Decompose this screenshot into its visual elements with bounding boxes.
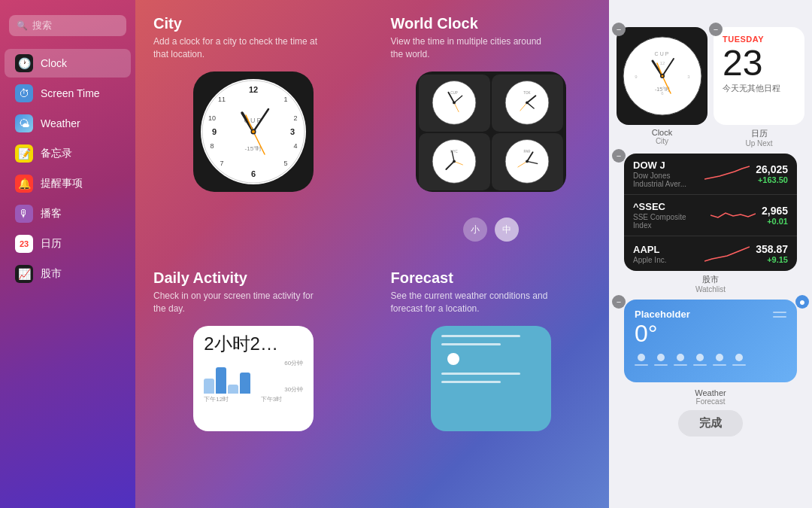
weather-icon-6	[732, 354, 746, 366]
chart-bar-3	[228, 385, 238, 394]
stock-row-aapl: AAPL Apple Inc. 358.87 +9.15	[624, 236, 797, 271]
sidebar-item-notes[interactable]: 📝 备忘录	[5, 139, 131, 168]
city-description: Add a clock for a city to check the time…	[153, 35, 319, 61]
search-bar[interactable]: 🔍 搜索	[9, 15, 126, 36]
stock-change-dowj: +163.50	[756, 175, 788, 184]
sidebar-item-calendar[interactable]: 23 日历	[5, 230, 131, 258]
stock-change-aapl: +9.15	[756, 255, 788, 264]
forecast-line-4	[441, 381, 501, 383]
sidebar-item-reminders-label: 提醒事项	[41, 177, 83, 190]
activity-chart: 60分钟 30分钟 下午12时 下午3时	[204, 359, 303, 397]
done-button[interactable]: 完成	[678, 410, 743, 437]
calendar-wrapper: − TUESDAY 23 今天无其他日程 日历 Up Next	[714, 27, 804, 148]
world-clock-widget: CUP TOK	[416, 71, 566, 192]
mini-clock-cup: CUP	[419, 75, 490, 132]
weather-app-icon: 🌤	[15, 114, 33, 132]
sidebar-item-podcast[interactable]: 🎙 播客	[5, 199, 131, 228]
screentime-app-icon: ⏱	[15, 84, 33, 102]
stock-price-ssec: 2,965	[762, 205, 788, 217]
chart-time-1: 下午12时	[204, 395, 229, 403]
sidebar-item-screentime[interactable]: ⏱ Screen Time	[5, 79, 131, 108]
weather-icons-row	[635, 354, 786, 366]
city-widget-container: 12 3 6 9 1 2 4 5 11 10 8 7 CUP	[153, 71, 354, 192]
size-selector: 小 中	[463, 217, 519, 242]
svg-text:PAR: PAR	[524, 150, 532, 154]
forecast-line-3	[441, 373, 521, 375]
stock-info-ssec: ^SSEC SSE Composite Index	[633, 201, 704, 230]
svg-text:11: 11	[218, 96, 226, 103]
mini-clock-tok: TOK	[492, 75, 563, 132]
stock-change-ssec: +0.01	[762, 217, 788, 226]
sidebar-item-stocks[interactable]: 📈 股市	[5, 260, 131, 288]
svg-point-44	[526, 160, 529, 163]
weather-widget: Placeholder 0°	[624, 300, 797, 382]
size-medium-button[interactable]: 中	[495, 217, 519, 242]
remove-calendar-button[interactable]: −	[709, 23, 723, 36]
daily-activity-description: Check in on your screen time activity fo…	[153, 290, 319, 315]
svg-text:TOK: TOK	[524, 91, 531, 95]
chart-bar-2	[216, 367, 226, 394]
svg-point-38	[453, 160, 456, 163]
chart-label-top: 60分钟	[284, 359, 303, 367]
search-icon: 🔍	[17, 20, 28, 31]
svg-text:-15°时: -15°时	[245, 145, 262, 152]
reminders-app-icon: 🔔	[15, 175, 33, 193]
stock-row-dowj: DOW J Dow Jones Industrial Aver... 26,02…	[624, 154, 797, 195]
podcast-app-icon: 🎙	[15, 205, 33, 223]
forecast-line-2	[441, 343, 501, 345]
mini-clock-par: PAR	[492, 133, 563, 190]
city-section: City Add a clock for a city to check the…	[135, 0, 372, 254]
stocks-widget: DOW J Dow Jones Industrial Aver... 26,02…	[624, 154, 797, 271]
stock-price-dowj: 26,025	[756, 163, 788, 175]
weather-widget-label: Weather	[609, 388, 812, 397]
chart-x-labels: 下午12时 下午3时	[204, 395, 303, 403]
svg-text:10: 10	[208, 114, 216, 122]
calendar-widget-label: 日历	[714, 128, 804, 139]
forecast-description: See the current weather conditions and f…	[391, 290, 556, 315]
stock-symbol-dowj: DOW J	[633, 160, 698, 171]
svg-text:CUP: CUP	[654, 51, 670, 56]
svg-point-20	[252, 130, 255, 133]
cal-date: 23	[723, 45, 795, 81]
add-weather-button[interactable]: ●	[795, 295, 809, 309]
stock-info-dowj: DOW J Dow Jones Industrial Aver...	[633, 160, 698, 188]
stock-chart-aapl	[704, 242, 750, 265]
stocks-widget-sublabel: Watchlist	[617, 285, 804, 294]
weather-icon-3	[674, 354, 687, 366]
world-clock-section: World Clock View the time in multiple ci…	[373, 0, 610, 254]
sidebar-item-clock[interactable]: 🕐 Clock	[5, 49, 131, 78]
world-clock-description: View the time in multiple cities around …	[391, 35, 556, 61]
chart-time-2: 下午3时	[261, 395, 282, 403]
weather-icon-5	[713, 354, 726, 366]
stock-chart-dowj	[704, 163, 750, 185]
stock-name-ssec: SSE Composite Index	[633, 213, 704, 230]
clock-svg: 12 3 6 9 1 2 4 5 11 10 8 7 CUP	[201, 79, 306, 184]
remove-clock-button[interactable]: −	[612, 23, 626, 36]
svg-text:4: 4	[294, 142, 298, 150]
weather-placeholder: Placeholder	[635, 309, 690, 320]
remove-stocks-button[interactable]: −	[612, 149, 626, 163]
weather-temp: 0°	[635, 320, 690, 348]
weather-icon-2	[654, 354, 668, 366]
notes-app-icon: 📝	[15, 144, 33, 163]
svg-point-26	[453, 102, 456, 105]
forecast-section: Forecast See the current weather conditi…	[373, 254, 610, 508]
forecast-dot	[447, 353, 459, 365]
calendar-widget-sublabel: Up Next	[714, 139, 804, 148]
daily-activity-title: Daily Activity	[153, 269, 354, 287]
chart-bar-1	[204, 379, 214, 394]
stocks-widget-label: 股市	[617, 274, 804, 285]
sidebar-item-calendar-label: 日历	[41, 237, 62, 251]
size-small-button[interactable]: 小	[463, 217, 487, 242]
svg-text:6: 6	[251, 169, 256, 178]
sidebar-item-weather[interactable]: 🌤 Weather	[5, 109, 131, 138]
sidebar-item-reminders[interactable]: 🔔 提醒事项	[5, 169, 131, 198]
weather-widget-sublabel: Forecast	[609, 397, 812, 406]
remove-weather-button[interactable]: −	[612, 295, 626, 309]
svg-point-32	[526, 102, 529, 105]
stock-chart-ssec	[710, 204, 756, 227]
stock-name-aapl: Apple Inc.	[633, 256, 698, 264]
svg-text:3: 3	[290, 127, 295, 136]
sidebar-item-clock-label: Clock	[41, 57, 67, 69]
weather-dash-1	[773, 312, 786, 313]
